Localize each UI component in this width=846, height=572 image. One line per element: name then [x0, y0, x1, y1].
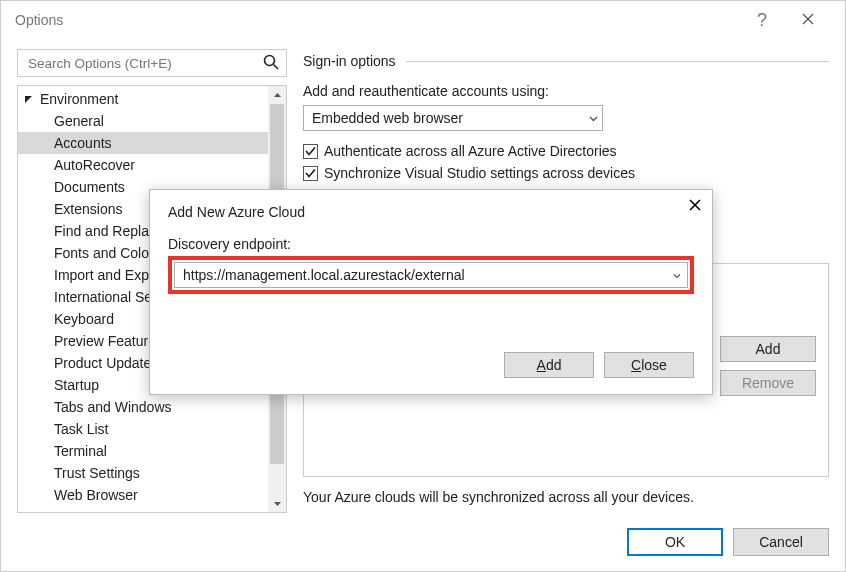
- dialog-title: Add New Azure Cloud: [168, 204, 694, 220]
- section-title: Sign-in options: [303, 53, 396, 69]
- reauth-value: Embedded web browser: [312, 110, 463, 126]
- chevron-down-icon: [589, 110, 598, 126]
- highlighted-field: https://management.local.azurestack/exte…: [168, 256, 694, 294]
- checkbox-auth-directories[interactable]: Authenticate across all Azure Active Dir…: [303, 143, 829, 159]
- tree-item[interactable]: Tabs and Windows: [18, 396, 286, 418]
- discovery-endpoint-combo[interactable]: https://management.local.azurestack/exte…: [174, 262, 688, 288]
- checkbox-icon: [303, 166, 318, 181]
- svg-point-2: [265, 56, 275, 66]
- search-box[interactable]: [17, 49, 287, 77]
- tree-root-environment[interactable]: Environment: [18, 88, 286, 110]
- tree-item[interactable]: Trust Settings: [18, 462, 286, 484]
- checkbox-icon: [303, 144, 318, 159]
- options-window: Options ? Environment: [0, 0, 846, 572]
- add-azure-cloud-dialog: Add New Azure Cloud Discovery endpoint: …: [149, 189, 713, 395]
- checkbox-label: Synchronize Visual Studio settings acros…: [324, 165, 635, 181]
- divider: [406, 61, 829, 62]
- checkbox-label: Authenticate across all Azure Active Dir…: [324, 143, 617, 159]
- tree-item[interactable]: Web Browser: [18, 484, 286, 506]
- window-title: Options: [15, 12, 739, 28]
- discovery-endpoint-label: Discovery endpoint:: [168, 236, 694, 252]
- tree-item[interactable]: Terminal: [18, 440, 286, 462]
- dialog-add-button[interactable]: Add: [504, 352, 594, 378]
- dialog-footer: OK Cancel: [1, 513, 845, 571]
- sync-message: Your Azure clouds will be synchronized a…: [303, 489, 694, 505]
- help-icon: ?: [757, 10, 767, 31]
- ok-button[interactable]: OK: [627, 528, 723, 556]
- search-input[interactable]: [26, 55, 256, 72]
- titlebar: Options ?: [1, 1, 845, 39]
- svg-line-3: [274, 65, 279, 70]
- dialog-close-button[interactable]: [688, 198, 702, 215]
- tree-root-label: Environment: [40, 91, 119, 107]
- remove-cloud-button[interactable]: Remove: [720, 370, 816, 396]
- discovery-endpoint-value: https://management.local.azurestack/exte…: [183, 267, 465, 283]
- dialog-close-text-button[interactable]: Close: [604, 352, 694, 378]
- chevron-down-icon: [673, 267, 681, 283]
- reauth-label: Add and reauthenticate accounts using:: [303, 83, 829, 99]
- collapse-icon: [24, 88, 36, 110]
- add-cloud-button[interactable]: Add: [720, 336, 816, 362]
- tree-item[interactable]: Accounts: [18, 132, 286, 154]
- tree-item[interactable]: Task List: [18, 418, 286, 440]
- cancel-button[interactable]: Cancel: [733, 528, 829, 556]
- window-close-button[interactable]: [785, 1, 831, 39]
- tree-item[interactable]: General: [18, 110, 286, 132]
- close-icon: [802, 12, 814, 28]
- help-button[interactable]: ?: [739, 1, 785, 39]
- search-icon: [262, 53, 280, 74]
- scroll-down-icon[interactable]: [268, 494, 286, 512]
- checkbox-sync-settings[interactable]: Synchronize Visual Studio settings acros…: [303, 165, 829, 181]
- tree-item[interactable]: AutoRecover: [18, 154, 286, 176]
- scroll-up-icon[interactable]: [268, 86, 286, 104]
- section-header: Sign-in options: [303, 53, 829, 69]
- reauth-select[interactable]: Embedded web browser: [303, 105, 603, 131]
